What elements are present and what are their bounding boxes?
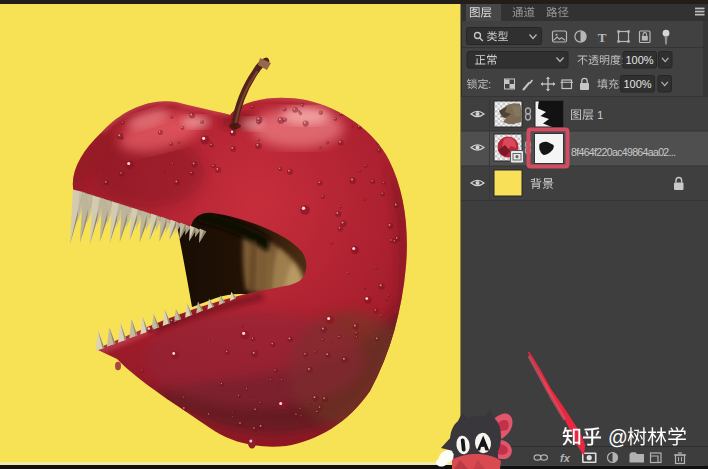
svg-text:8f464f220ac49864aa02...: 8f464f220ac49864aa02... (571, 146, 676, 158)
svg-text:T: T (598, 30, 607, 45)
svg-text:100%: 100% (623, 78, 651, 90)
svg-text:1: 1 (597, 109, 603, 121)
svg-text:fx: fx (560, 452, 571, 464)
svg-text:@: @ (608, 426, 628, 448)
svg-text::: : (488, 78, 491, 90)
svg-text:100%: 100% (625, 54, 653, 66)
